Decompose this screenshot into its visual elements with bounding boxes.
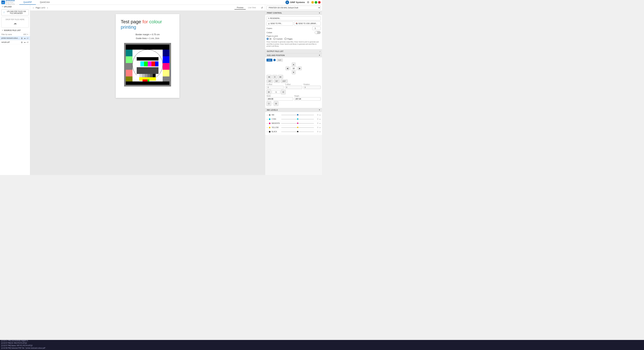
ink-decrease-button[interactable]: − xyxy=(266,114,268,116)
refresh-button[interactable]: ↺ xyxy=(261,6,263,9)
preview-view-button[interactable]: Preview xyxy=(234,6,246,9)
position-controls: ▲ ◀ ▶ ▼ xyxy=(266,62,321,74)
drop-zone[interactable]: DROP PDF FILES HERE ☁ xyxy=(1,17,29,28)
prev-page-button[interactable]: ‹ xyxy=(32,6,34,9)
ink-slider-cyan[interactable] xyxy=(281,119,314,120)
logo-text-block: printcloud DIGITALSTRATUS xyxy=(6,0,15,5)
ink-slider-ink[interactable] xyxy=(281,114,314,115)
title-part3: colour xyxy=(149,19,162,24)
settings-button[interactable]: ⚙ xyxy=(306,0,310,4)
radio-pages[interactable]: Pages xyxy=(284,38,292,40)
minimize-button[interactable]: − xyxy=(311,1,314,4)
width-height-row: Width Height xyxy=(266,95,321,101)
regenerate-button[interactable]: ↻ REGENERA... xyxy=(266,16,321,20)
tab-quickrip[interactable]: QuickRIP xyxy=(19,0,36,5)
step-back-button[interactable]: ⏮ xyxy=(266,75,272,79)
file-actions: 🗑 ☁ 🏷 xyxy=(21,41,29,43)
magenta-decrease-button[interactable]: − xyxy=(266,122,268,125)
ink-increase-button[interactable]: + xyxy=(319,114,321,116)
drop-zone-text: DROP PDF FILES HERE xyxy=(6,18,24,20)
unit-mm-button[interactable]: mm xyxy=(266,59,272,61)
svg-rect-4 xyxy=(126,44,170,50)
fit-to-page-icon[interactable]: ⊡ xyxy=(266,101,271,106)
svg-rect-27 xyxy=(126,50,132,56)
magenta-increase-button[interactable]: + xyxy=(319,122,321,125)
print-control-content: ↻ REGENERA... 🖨 SEND TO PRI... 📚 SEND TO… xyxy=(265,15,322,49)
live-view-button[interactable]: Live View xyxy=(246,6,258,9)
size-position-header[interactable]: SIZE AND POSITION ▼ xyxy=(265,53,322,57)
y-offset-label: Y-offset xyxy=(285,83,302,85)
page-fit-row: ⊡ › ⊞ xyxy=(266,101,321,106)
print-control-header[interactable]: PRINT CONTROL ▼ xyxy=(265,11,322,15)
black-decrease-button[interactable]: − xyxy=(266,130,268,133)
send-to-job-library-button[interactable]: 📚 SEND TO JOB LIBRAR... xyxy=(294,21,321,26)
upload-caret-icon: ▼ xyxy=(2,6,3,7)
close-button[interactable]: ✕ xyxy=(318,1,321,4)
upload-pdf-button[interactable]: 📄 UPLOAD PDF FILES VIA FILE BROWSER xyxy=(1,9,29,15)
upload-cloud-button[interactable]: ☁ xyxy=(24,37,26,39)
y-offset-input[interactable] xyxy=(285,86,302,89)
pos-right-button[interactable]: ▶ xyxy=(298,66,302,70)
size-position-content: mm inch ▲ ◀ ▶ ▼ ⏮ xyxy=(265,57,322,108)
upload-section-header[interactable]: ▼ UPLOAD xyxy=(0,5,30,9)
y-offset-field: Y-offset xyxy=(285,83,302,89)
pos-left-button[interactable]: ◀ xyxy=(286,66,289,70)
output-file-list-header[interactable]: OUTPUT FILE LIST ‹ xyxy=(265,49,322,53)
tab-quickcolor[interactable]: QuickColor xyxy=(36,0,54,5)
yellow-decrease-button[interactable]: − xyxy=(266,126,268,129)
printer-select[interactable]: PRINTER-S9-VW-M4L Default Draft xyxy=(266,6,321,10)
svg-rect-15 xyxy=(155,61,158,66)
ink-slider-yellow[interactable] xyxy=(281,127,314,128)
fit-width-icon[interactable]: ⊟ xyxy=(281,90,286,94)
list-item[interactable]: printer-testcard-colour.pdf 🗑 ☁ 🏷 xyxy=(0,36,30,40)
source-file-list-header[interactable]: ▼ SOURCE FILE LIST xyxy=(0,28,30,32)
file-name: sample.pdf xyxy=(1,41,20,43)
svg-rect-18 xyxy=(139,74,142,77)
delete-file-button[interactable]: 🗑 xyxy=(21,41,23,43)
cyan-increase-button[interactable]: + xyxy=(319,118,321,120)
black-increase-button[interactable]: + xyxy=(319,130,321,133)
yellow-increase-button[interactable]: + xyxy=(319,126,321,129)
upload-cloud-button[interactable]: ☁ xyxy=(24,41,26,43)
tag-file-button[interactable]: 🏷 xyxy=(26,37,29,39)
send-to-print-button[interactable]: 🖨 SEND TO PRI... xyxy=(266,21,293,26)
color-test-image-container xyxy=(121,43,174,86)
step-forward-button[interactable]: ⏭ xyxy=(278,75,283,79)
ink-slider-magenta[interactable] xyxy=(281,123,314,124)
fit-arrow-icon: › xyxy=(272,103,273,104)
ink-levels-header[interactable]: INK LEVELS ▼ xyxy=(265,108,322,112)
position-value-input[interactable] xyxy=(290,67,297,70)
pos-up-button[interactable]: ▲ xyxy=(292,62,296,66)
svg-rect-17 xyxy=(137,74,139,77)
center-button[interactable]: ⊙ xyxy=(272,75,277,79)
height-input[interactable] xyxy=(294,97,321,101)
fit-to-width2-icon[interactable]: ⊞ xyxy=(274,101,278,106)
scale-input[interactable] xyxy=(272,90,280,94)
rotate-90cw-button[interactable]: -90° xyxy=(266,79,273,83)
radio-all[interactable]: All xyxy=(266,38,271,40)
collate-toggle[interactable] xyxy=(314,31,321,34)
logo-icon: pc xyxy=(1,0,5,4)
rotate-180-button[interactable]: 180° xyxy=(281,79,288,83)
svg-rect-9 xyxy=(137,57,158,60)
svg-rect-25 xyxy=(142,79,148,81)
width-input[interactable] xyxy=(266,97,293,101)
copies-input[interactable] xyxy=(312,27,321,30)
pos-down-button[interactable]: ▼ xyxy=(292,70,296,74)
rotation-input[interactable] xyxy=(304,86,321,89)
tag-file-button[interactable]: 🏷 xyxy=(26,41,29,43)
fit-page-icon[interactable]: ⊞ xyxy=(266,90,271,94)
cyan-decrease-button[interactable]: − xyxy=(266,118,268,120)
filter-name-input[interactable] xyxy=(1,33,23,35)
radio-current[interactable]: Current xyxy=(273,38,282,40)
x-offset-input[interactable] xyxy=(266,86,284,89)
rotate-90ccw-button[interactable]: 90° xyxy=(274,79,280,83)
unit-inch-button[interactable]: inch xyxy=(277,59,283,61)
ink-dot-cyan xyxy=(269,118,270,120)
scale-row: ⊞ ⊟ xyxy=(266,90,321,94)
ink-slider-black[interactable] xyxy=(281,131,314,132)
delete-file-button[interactable]: 🗑 xyxy=(21,37,23,39)
maximize-button[interactable]: □ xyxy=(314,1,317,4)
list-item[interactable]: sample.pdf 🗑 ☁ 🏷 xyxy=(0,40,30,44)
next-page-button[interactable]: › xyxy=(46,6,49,9)
